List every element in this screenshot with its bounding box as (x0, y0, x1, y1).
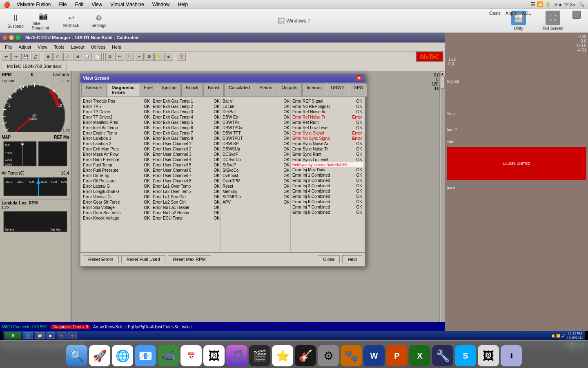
tab-boost[interactable]: Boost (203, 83, 224, 96)
list-item[interactable]: DBWTPDTOK (222, 136, 290, 141)
reset-errors-button[interactable]: Reset Errors (83, 255, 119, 263)
taskbar-item-4[interactable]: ⚙ (68, 332, 77, 339)
list-item[interactable]: Error La2 Sen CtrlOK (152, 200, 220, 205)
list-item[interactable]: DBWTPDxOK (222, 125, 290, 130)
help-button[interactable]: Help (342, 255, 362, 263)
vm-minimize[interactable] (572, 11, 581, 19)
dock-powerpoint[interactable]: P (386, 345, 408, 366)
list-item[interactable]: Error Slip VoltageOK (82, 205, 151, 210)
taskbar-item-3[interactable]: 🎮 (57, 332, 67, 339)
list-item[interactable]: DeliBatOK (222, 109, 290, 114)
list-item[interactable]: Error Inj 8 CombinedOK (292, 210, 363, 215)
tab-ignition[interactable]: Ignition (158, 83, 181, 96)
list-item[interactable]: Error User Channel 5OK (152, 162, 220, 168)
list-item[interactable]: Error TP Driver2OK (82, 114, 151, 120)
list-item[interactable]: Error Exh Gas Temp 7OK (152, 130, 220, 136)
reset-max-rpm-button[interactable]: Reset Max RPM (168, 255, 211, 263)
tab-calculated[interactable]: Calculated (224, 83, 254, 96)
tab-gps[interactable]: GPS (349, 83, 367, 96)
list-item[interactable]: Error Inj 5 CombinedOK (292, 194, 363, 199)
list-item[interactable]: Error Lambda 2OK (82, 141, 151, 146)
bookmark-apple[interactable]: Apple (506, 11, 517, 16)
list-item[interactable]: Error La1 Sen CtrlOK (152, 194, 220, 200)
list-item[interactable]: Error Exh Gas Temp 2OK (152, 104, 220, 109)
list-item[interactable]: Error Inj Max DutyOK (292, 167, 363, 173)
dock-finder[interactable]: 🔍 (66, 345, 87, 366)
list-item[interactable]: Error Engine TempOK (82, 130, 151, 136)
menu-view[interactable]: View (90, 2, 104, 7)
list-item[interactable]: DCSvoPOK (222, 152, 290, 157)
dock-preview[interactable]: 🖼 (478, 345, 499, 366)
take-snapshot-button[interactable]: 📷 Take Snapshot (31, 11, 56, 31)
suspend-button[interactable]: ⏸ Suspend (3, 11, 28, 31)
list-item[interactable]: Error Exh Gas Temp 3OK (152, 109, 220, 114)
list-item[interactable]: Error Fuel PressureOK (82, 168, 151, 173)
list-item[interactable]: StSvoCoOK (222, 168, 290, 173)
list-item[interactable]: ResetOK (222, 184, 290, 189)
dock-facetime[interactable]: 📹 (158, 345, 179, 366)
list-item[interactable]: Bat VOK (222, 99, 290, 104)
list-item[interactable]: APVOK (222, 200, 290, 205)
tab-status[interactable]: Status (255, 83, 276, 96)
search-icon[interactable]: 🔍 (578, 1, 585, 7)
list-item[interactable]: Error User Channel 6OK (152, 168, 220, 173)
list-item[interactable]: Error Ref RuntOK (292, 120, 363, 125)
menu-file[interactable]: File (57, 2, 68, 7)
fullscreen-button[interactable]: ⛶ Full Screen (537, 9, 569, 33)
bookmark-aol[interactable]: AOL (522, 11, 531, 16)
list-item[interactable]: Error Exh Man PresOK (82, 146, 151, 152)
reset-fuel-used-button[interactable]: Reset Fuel Used (121, 255, 165, 263)
dock-systemprefs[interactable]: ⚙ (318, 345, 339, 366)
list-item[interactable]: Error Manifold PresOK (82, 120, 151, 125)
list-item[interactable]: Error Inj 7 CombinedOK (292, 204, 363, 210)
dock-excel[interactable]: X (409, 345, 430, 366)
list-item[interactable]: Error TP 2OK (82, 104, 151, 109)
menu-edit[interactable]: Edit (74, 2, 85, 7)
list-item[interactable]: Error Oil TempOK (82, 173, 151, 178)
list-item[interactable]: Error Lateral GOK (82, 184, 151, 189)
close-button[interactable]: Close (318, 255, 340, 263)
list-item[interactable]: Error Gear Sft ForceOK (82, 200, 151, 205)
list-item[interactable]: Error Gear Sen VoltsOK (82, 210, 151, 215)
dock-word[interactable]: W (363, 345, 385, 366)
list-item[interactable]: StOMPCoOK (222, 194, 290, 200)
dialog-close-button[interactable]: ✕ (356, 75, 362, 81)
list-item[interactable]: Error User Channel 1OK (152, 141, 220, 146)
dock-mail[interactable]: 📧 (135, 345, 156, 366)
list-item[interactable]: Error Mass Air FlowOK (82, 152, 151, 157)
dock-calendar[interactable]: 📅 (180, 345, 202, 366)
list-item[interactable]: Error Inj 2 CombinedOK (292, 178, 363, 183)
menu-virtual-machine[interactable]: Virtual Machine (109, 2, 146, 7)
list-item[interactable]: Error No REF SignalOK (292, 104, 363, 109)
list-item[interactable]: Error No Sync SignalError (292, 136, 363, 141)
list-item[interactable]: DBWTPxOK (222, 120, 290, 125)
list-item[interactable]: Error Sync RuntOK (292, 152, 363, 157)
list-item[interactable]: Error User Channel 7OK (152, 173, 220, 178)
dock-paw[interactable]: 🐾 (341, 345, 362, 366)
tab-sensors[interactable]: Sensors (81, 83, 107, 96)
taskbar-item-media[interactable]: ▶ (47, 332, 55, 339)
list-item[interactable]: Error Sync Lo LevelOK (292, 157, 363, 162)
list-item[interactable]: Error User Channel 8OK (152, 178, 220, 184)
list-item[interactable]: Error User Channel 2OK (152, 146, 220, 152)
list-item[interactable]: Error Sync Noise ArOK (292, 141, 363, 146)
list-item[interactable]: Error Exh Gas Temp 8OK (152, 136, 220, 141)
list-item[interactable]: Error Longitudinal GOK (82, 189, 151, 194)
list-item[interactable]: Error Exh Gas Temp 1OK (152, 99, 220, 104)
list-item[interactable]: Error Inlet Air TempOK (82, 125, 151, 130)
list-item[interactable]: Lo BatOK (222, 104, 290, 109)
dock-xcode[interactable]: 🔧 (432, 345, 453, 366)
list-item[interactable]: Error Sync Noise TrOK (292, 146, 363, 152)
dock-photos[interactable]: 🖼 (203, 345, 225, 366)
list-item[interactable]: Error Exh Gas Temp 5OK (152, 120, 220, 125)
list-item[interactable]: Error User Channel 4OK (152, 157, 220, 162)
dock-iphoto[interactable]: ⭐ (272, 345, 293, 366)
dock-launchpad[interactable]: 🚀 (89, 345, 110, 366)
tab-fuel[interactable]: Fuel (140, 83, 157, 96)
list-item[interactable]: Error Inj 3 CombinedOK (292, 183, 363, 188)
list-item[interactable]: Error Inj 1 CombinedOK (292, 173, 363, 178)
list-item[interactable]: Error Ref Low LevelOK (292, 125, 363, 130)
list-item[interactable]: Error Fuel TempOK (82, 162, 151, 168)
tab-internal[interactable]: Internal (302, 83, 326, 96)
list-item[interactable]: Ref/Sync SyncroniseNotSYNCED (292, 162, 363, 167)
